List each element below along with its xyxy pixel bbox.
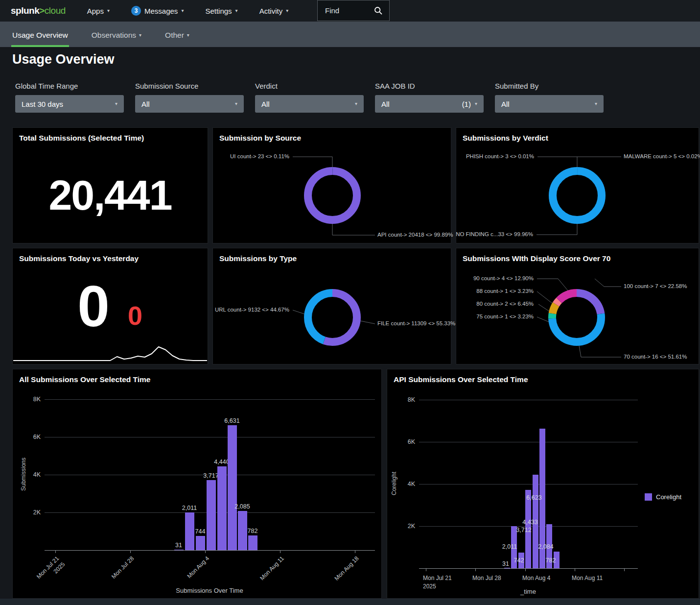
panel-today-vs-yesterday: Submissions Today vs Yesterday 0 0 — [12, 248, 208, 364]
nav-activity-label: Activity — [259, 7, 283, 15]
donut-chart-submissions-by-type[interactable] — [303, 288, 362, 347]
bar[interactable] — [196, 536, 205, 550]
x-axis-line — [45, 550, 375, 551]
y-tick-label: 8K — [400, 396, 415, 403]
x-axis-line — [419, 568, 638, 569]
x-tick-label: Mon Aug 18 — [333, 555, 361, 583]
bar-value-label: 2,085 — [228, 503, 257, 510]
bar-value-label: 782 — [238, 528, 267, 534]
find-input[interactable] — [324, 6, 373, 15]
bar[interactable] — [217, 466, 227, 550]
donut-chart-submission-by-source[interactable] — [303, 166, 362, 225]
grid-line — [419, 484, 638, 484]
callout-malware: MALWARE count-> 5 <> 0.02% — [624, 153, 700, 159]
nav-messages-label: Messages — [144, 7, 178, 15]
nav-settings[interactable]: Settings▾ — [205, 7, 237, 15]
x-tick-label: Mon Jul 21 2025 — [35, 555, 67, 587]
tab-observations[interactable]: Observations▾ — [92, 31, 141, 47]
chevron-down-icon: ▾ — [235, 8, 238, 13]
tab-label: Observations — [92, 31, 136, 40]
tab-usage-overview[interactable]: Usage Overview — [12, 31, 68, 47]
find-search-box[interactable] — [317, 0, 390, 21]
trend-sparkline[interactable] — [13, 342, 207, 363]
callout-ui: UI count-> 23 <> 0.11% — [230, 153, 289, 159]
bar-value-label: 2,084 — [531, 543, 560, 550]
dashboard-tabbar: Usage Overview Observations▾ Other▾ — [0, 22, 700, 47]
y-tick-label: 4K — [26, 471, 41, 478]
donut-chart-display-score[interactable] — [547, 288, 606, 347]
x-tick-mark — [575, 568, 575, 571]
y-tick-label: 2K — [400, 523, 415, 530]
submitted-by-dropdown[interactable]: All▾ — [495, 95, 604, 113]
logo-splunk: splunk — [11, 5, 39, 16]
x-tick-mark — [205, 550, 206, 553]
chevron-down-icon: ▾ — [355, 101, 357, 106]
search-icon[interactable] — [374, 6, 383, 15]
donut-segment-API[interactable] — [308, 171, 357, 220]
submission-source-dropdown[interactable]: All▾ — [135, 95, 244, 113]
filter-label: Verdict — [255, 82, 364, 90]
x-axis-title: Submissions Over Time — [156, 587, 263, 594]
chevron-down-icon: ▾ — [475, 101, 477, 106]
total-submissions-value: 20,441 — [13, 171, 208, 219]
dropdown-value: All — [381, 100, 390, 108]
dropdown-value: All — [501, 100, 510, 108]
callout-75: 75 count-> 1 <> 3.23% — [476, 314, 534, 319]
callout-file: FILE count-> 11309 <> 55.33% — [377, 320, 455, 326]
x-axis-title: _time — [474, 588, 582, 595]
dropdown-value: Last 30 days — [22, 100, 63, 108]
panel-submissions-by-type: Submissions by Type URL count-> 9132 <> … — [212, 248, 451, 364]
filter-label: SAA JOB ID — [375, 82, 484, 90]
dropdown-count: (1) — [462, 100, 471, 108]
nav-messages[interactable]: 3Messages▾ — [131, 6, 184, 16]
grid-line — [419, 400, 638, 400]
panel-submissions-by-verdict: Submissions by Verdict PHISH count-> 3 <… — [456, 127, 699, 243]
x-tick-mark — [426, 568, 426, 571]
x-tick-mark — [130, 550, 131, 553]
donut-chart-submissions-by-verdict[interactable] — [548, 166, 607, 225]
nav-apps[interactable]: Apps▾ — [87, 7, 110, 15]
x-tick-mark — [355, 550, 355, 553]
bar-chart-all-submissions[interactable]: 8K6K4K2KMon Jul 21 2025Mon Jul 28Mon Aug… — [13, 369, 381, 598]
nav-settings-label: Settings — [205, 7, 232, 15]
bar[interactable] — [248, 535, 257, 550]
grid-line — [45, 399, 375, 400]
panel-api-submissions-over-time: API Submissions Over Selected Time Corel… — [387, 369, 699, 599]
callout-api: API count-> 20418 <> 99.89% — [377, 232, 453, 238]
donut-segment-NO FINDING[interactable] — [553, 171, 602, 220]
grid-line — [419, 442, 638, 442]
panel-total-submissions: Total Submissions (Selected Time) 20,441 — [12, 127, 208, 243]
panel-title: Submissions by Verdict — [463, 134, 548, 143]
verdict-dropdown[interactable]: All▾ — [255, 95, 364, 113]
panel-all-submissions-over-time: All Submissions Over Selected Time Submi… — [12, 369, 382, 599]
panel-title: Total Submissions (Selected Time) — [19, 134, 144, 143]
chevron-down-icon: ▾ — [181, 8, 184, 13]
bar[interactable] — [504, 568, 510, 568]
bar[interactable] — [228, 425, 237, 550]
x-tick-label: Mon Jul 21 2025 — [423, 574, 452, 591]
x-tick-mark — [624, 568, 625, 571]
y-tick-label: 6K — [400, 438, 415, 445]
y-tick-label: 4K — [400, 481, 415, 487]
bottom-strip — [0, 599, 700, 605]
bar[interactable] — [207, 480, 216, 550]
y-tick-label: 2K — [26, 509, 41, 516]
legend-swatch — [645, 493, 652, 501]
saa-job-id-dropdown[interactable]: All(1)▾ — [375, 95, 484, 113]
splunk-cloud-logo[interactable]: splunk>cloud — [11, 5, 66, 16]
callout-70: 70 count-> 16 <> 51.61% — [624, 354, 687, 360]
x-tick-mark — [55, 550, 56, 553]
filter-label: Submission Source — [135, 82, 244, 90]
panel-display-score-over-70: Submissions WIth Display Score Over 70 9… — [456, 248, 699, 364]
nav-activity[interactable]: Activity▾ — [259, 7, 289, 15]
x-tick-label: Mon Aug 11 — [572, 574, 603, 582]
bar[interactable] — [174, 550, 184, 550]
bar-chart-api-submissions[interactable]: 8K6K4K2KMon Jul 21 2025Mon Jul 28Mon Aug… — [387, 369, 699, 598]
global-time-range-dropdown[interactable]: Last 30 days▾ — [15, 95, 124, 113]
grid-line — [45, 437, 375, 437]
bar-value-label: 2,011 — [175, 505, 204, 511]
filter-submitted-by: Submitted By All▾ — [495, 82, 604, 113]
sparkline-path — [13, 347, 207, 361]
callout-90: 90 count-> 4 <> 12.90% — [473, 275, 534, 281]
tab-other[interactable]: Other▾ — [165, 31, 189, 47]
